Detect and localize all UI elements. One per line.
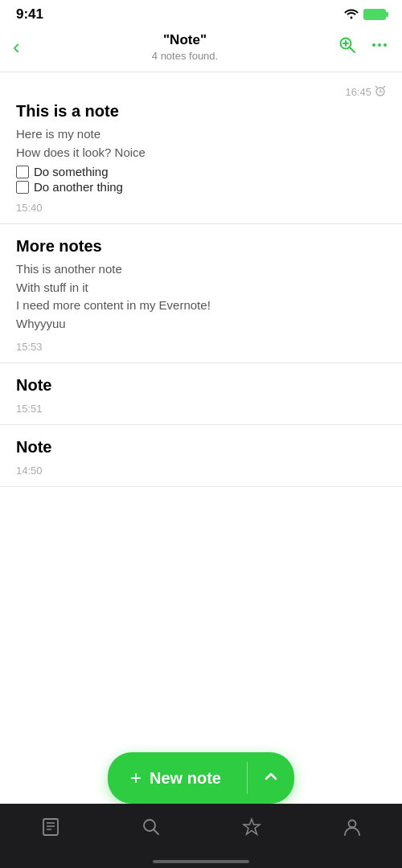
note-time-bottom: 14:50 [16, 465, 386, 477]
new-note-container: + New note [0, 752, 402, 804]
status-bar: 9:41 [0, 0, 402, 26]
status-icons [344, 8, 386, 22]
account-tab[interactable] [302, 817, 402, 842]
plus-icon: + [130, 767, 142, 789]
note-body: This is another noteWith stuff in itI ne… [16, 260, 386, 333]
note-title: Note [16, 438, 386, 457]
checkbox[interactable] [16, 181, 29, 194]
status-time: 9:41 [16, 6, 43, 23]
wifi-icon [344, 8, 359, 22]
svg-point-5 [378, 43, 381, 47]
home-indicator [153, 860, 249, 863]
note-body-line: I need more content in my Evernote! [16, 297, 386, 315]
note-body-line: This is another note [16, 260, 386, 279]
tab-bar [0, 804, 402, 868]
note-title: More notes [16, 237, 386, 256]
check-item-label: Do another thing [34, 180, 123, 194]
note-body-line: Here is my note [16, 125, 386, 144]
check-item: Do another thing [16, 180, 386, 194]
battery-icon [363, 9, 386, 20]
svg-line-1 [351, 47, 355, 52]
note-item[interactable]: Note14:50 [0, 425, 402, 487]
note-body-line: How does it look? Noice [16, 144, 386, 162]
favorites-tab-icon [241, 817, 262, 842]
more-button[interactable] [370, 35, 389, 59]
note-time-bottom: 15:51 [16, 403, 386, 415]
note-time-bottom: 15:53 [16, 341, 386, 353]
notes-tab-icon [40, 817, 61, 842]
alarm-icon [375, 85, 386, 99]
svg-rect-12 [43, 819, 58, 835]
nav-center: "Note" 4 notes found. [45, 32, 325, 62]
svg-point-19 [348, 821, 355, 828]
svg-line-10 [376, 87, 378, 88]
favorites-tab[interactable] [201, 817, 302, 842]
note-checklist: Do something Do another thing [16, 165, 386, 194]
note-title: This is a note [16, 102, 386, 121]
notes-list: 16:45 This is a noteHere is my noteHow d… [0, 72, 402, 616]
nav-subtitle: 4 notes found. [45, 50, 325, 62]
svg-line-17 [154, 830, 158, 835]
svg-point-6 [384, 43, 387, 47]
note-body-line: With stuff in it [16, 279, 386, 297]
nav-title: "Note" [45, 32, 325, 48]
note-item[interactable]: 16:45 This is a noteHere is my noteHow d… [0, 72, 402, 224]
notes-tab[interactable] [0, 817, 100, 842]
new-note-button[interactable]: + New note [108, 752, 294, 804]
new-note-chevron[interactable] [248, 755, 294, 801]
nav-right [325, 35, 389, 59]
search-button[interactable] [338, 35, 357, 59]
search-tab-icon [141, 817, 162, 842]
note-time-bottom: 15:40 [16, 202, 386, 214]
note-item[interactable]: More notesThis is another noteWith stuff… [0, 224, 402, 363]
note-time-top: 16:45 [345, 85, 386, 99]
checkbox[interactable] [16, 166, 29, 178]
nav-bar: ‹ "Note" 4 notes found. [0, 26, 402, 72]
new-note-main: + New note [108, 752, 247, 804]
back-button[interactable]: ‹ [13, 35, 45, 59]
svg-line-11 [384, 87, 385, 88]
note-body: Here is my noteHow does it look? Noice [16, 125, 386, 162]
new-note-label: New note [150, 769, 221, 788]
note-body-line: Whyyyuu [16, 315, 386, 334]
check-item: Do something [16, 165, 386, 178]
svg-point-4 [372, 43, 375, 47]
svg-marker-18 [244, 819, 260, 834]
account-tab-icon [342, 817, 363, 842]
check-item-label: Do something [34, 165, 109, 178]
note-item[interactable]: Note15:51 [0, 363, 402, 425]
search-tab[interactable] [100, 817, 201, 842]
note-header: 16:45 [16, 85, 386, 99]
note-title: Note [16, 376, 386, 395]
